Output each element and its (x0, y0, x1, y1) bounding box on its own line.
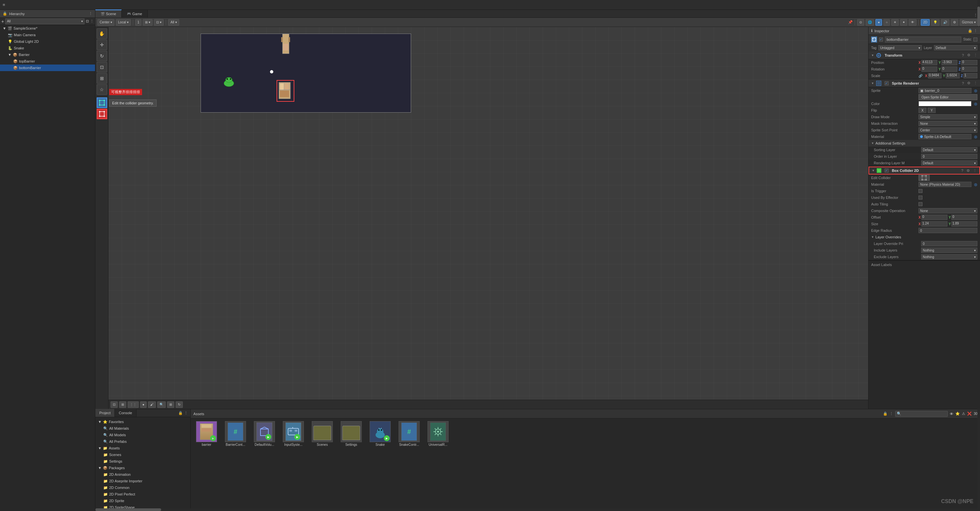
tab-game[interactable]: 🎮 Game (122, 10, 148, 18)
asset-defaultvolu[interactable]: ▶ DefaultVolu... (251, 421, 278, 447)
wire-btn[interactable]: ○ (883, 19, 890, 26)
asset-barriercont[interactable]: # BarrierCont... (222, 421, 249, 447)
object-name-input[interactable]: bottomBarrier (885, 37, 961, 43)
hierarchy-item-barrier[interactable]: ▼ 📦 Barrier (0, 51, 95, 58)
offset-y-input[interactable]: 0 (951, 215, 977, 220)
scene-btn-align[interactable]: ⋮⋮ (127, 401, 139, 408)
size-x-input[interactable]: 1.24 (921, 221, 947, 227)
is-trigger-checkbox[interactable] (918, 189, 923, 193)
sr-help-icon[interactable]: ? (962, 81, 964, 85)
move-tool[interactable]: ✛ (97, 40, 107, 50)
fx-btn[interactable]: ✦ (900, 19, 907, 26)
rect-tool[interactable]: ⊡ (97, 62, 107, 72)
exclude-layers-dropdown[interactable]: Nothing ▾ (921, 254, 977, 259)
center-dropdown[interactable]: Center ▾ (97, 19, 115, 26)
hierarchy-item-global-light[interactable]: 💡 Global Light 2D (0, 38, 95, 45)
sorting-layer-dropdown[interactable]: Default ▾ (921, 147, 977, 152)
assets-more-icon[interactable]: ⋮ (889, 412, 893, 416)
asset-snakecontr[interactable]: # SnakeContr... (396, 421, 422, 447)
pin-icon[interactable]: 📌 (848, 20, 853, 24)
scene-btn-circle[interactable]: ● (140, 401, 147, 408)
pkg-2d-animation[interactable]: 📁 2D Animation (95, 471, 191, 478)
custom-tool-1[interactable]: ☆ (97, 84, 107, 95)
assets-scrollbar-h[interactable] (95, 508, 980, 511)
tab-more-icon[interactable]: ⋮ (974, 13, 977, 18)
scene-lighting-btn[interactable]: 💡 (931, 19, 940, 26)
flip-x-btn[interactable]: X (918, 108, 926, 113)
offset-x-input[interactable]: 0 (921, 215, 947, 220)
scene-btn-ui[interactable]: ⊞ (167, 401, 174, 408)
rotate-tool[interactable]: ↻ (97, 51, 107, 61)
open-sprite-editor-btn[interactable]: Open Sprite Editor (918, 94, 977, 100)
draw-mode-dropdown[interactable]: Simple ▾ (918, 114, 977, 120)
rotation-x-input[interactable]: 0 (921, 67, 937, 72)
snap-dropdown[interactable]: ⊡ ▾ (154, 19, 164, 26)
size-y-input[interactable]: 1.89 (951, 221, 977, 227)
bookmark-icon[interactable]: ⭐ (955, 412, 960, 416)
auto-tiling-checkbox[interactable] (918, 202, 923, 206)
scenes-item[interactable]: 📁 Scenes (95, 451, 191, 458)
bottom-tab-more[interactable]: ⋮ (184, 411, 188, 415)
scale-x-input[interactable]: 0.9484 (928, 73, 942, 78)
sr-settings-icon[interactable]: ⚙ (967, 81, 970, 85)
position-y-input[interactable]: -3.963 (942, 60, 957, 65)
hierarchy-scrollbar-thumb[interactable] (977, 6, 980, 26)
object-enabled-checkbox[interactable] (879, 38, 883, 42)
eye-icon[interactable]: 👁 (950, 412, 953, 416)
layer-overrides-header[interactable]: ▼ Layer Overrides (869, 234, 980, 240)
sprite-sort-point-dropdown[interactable]: Center ▾ (918, 128, 977, 133)
hierarchy-item-main-camera[interactable]: 📷 Main Camera (0, 32, 95, 38)
sr-more-icon[interactable]: ⋮ (974, 81, 977, 85)
edit-collider-btn[interactable] (918, 175, 930, 181)
scene-viewport[interactable]: ⊡ ⊞ ⋮⋮ ● 🖌 🔍 ⊞ ↻ (108, 27, 868, 409)
scene-btn-refresh[interactable]: ↻ (176, 401, 183, 408)
static-checkbox[interactable] (974, 38, 977, 42)
rotation-z-input[interactable]: 0 (961, 67, 977, 72)
mask-interaction-dropdown[interactable]: None ▾ (918, 121, 977, 126)
sprite-renderer-header[interactable]: ▼ Sprite Renderer ? ⚙ ⋮ (869, 79, 980, 87)
lock-icon-2[interactable]: 🔒 (178, 411, 183, 415)
all-models-item[interactable]: 🔍 All Models (95, 432, 191, 438)
color-select-icon[interactable]: ◎ (974, 102, 977, 106)
2d-btn[interactable]: 2D (921, 19, 930, 26)
inspector-lock-icon[interactable]: 🔒 (968, 29, 972, 33)
sr-enabled-checkbox[interactable] (885, 81, 889, 85)
rotation-y-input[interactable]: 0 (942, 67, 957, 72)
tab-scene[interactable]: 🎬 Scene (95, 10, 122, 18)
bc2d-settings-icon[interactable]: ⚙ (967, 169, 970, 173)
scene-btn-search[interactable]: 🔍 (157, 401, 166, 408)
hierarchy-menu-icon[interactable]: ⋮ (89, 11, 92, 16)
tab-console[interactable]: Console (115, 409, 136, 417)
persp-btn[interactable]: ⊙ (857, 19, 864, 26)
bc2d-more-icon[interactable]: ⋮ (973, 169, 977, 173)
position-x-input[interactable]: 4.6113 (921, 60, 937, 65)
transform-header[interactable]: ▼ Transform ? ⚙ ⋮ (869, 51, 980, 59)
composite-op-dropdown[interactable]: None ▾ (918, 208, 977, 213)
scene-btn-brush[interactable]: 🖌 (148, 401, 156, 408)
scene-item[interactable]: ▼ 🎬 SampleScene* (0, 25, 95, 32)
rendering-layer-dropdown[interactable]: Default ▾ (921, 160, 977, 166)
all-materials-item[interactable]: 🔍 All Materials (95, 425, 191, 432)
assets-header[interactable]: ▼ 📁 Assets (95, 445, 191, 451)
assets-scrollbar-thumb[interactable] (95, 508, 161, 511)
bc2d-help-icon[interactable]: ? (961, 169, 963, 172)
hierarchy-item-top-barrier[interactable]: 📦 topBarrier (0, 58, 95, 64)
bc2d-enabled-checkbox[interactable] (885, 169, 889, 172)
scene-btn-rect[interactable]: ⊡ (110, 401, 118, 408)
used-by-effector-checkbox[interactable] (918, 196, 923, 200)
asset-settings[interactable]: Settings (338, 421, 364, 447)
view-btn[interactable]: 👁 (908, 19, 916, 26)
collider-mode-btn[interactable] (97, 97, 107, 108)
transform-tool[interactable]: ⊞ (97, 73, 107, 84)
position-z-input[interactable]: 0 (961, 60, 977, 65)
all-prefabs-item[interactable]: 🔍 All Prefabs (95, 438, 191, 445)
pkg-2d-sprite[interactable]: 📁 2D Sprite (95, 498, 191, 504)
local-dropdown[interactable]: Local ▾ (116, 19, 131, 26)
pkg-2d-aseprite[interactable]: 📁 2D Aseprite Importer (95, 478, 191, 484)
asset-barrier[interactable]: ▶ barrier (193, 421, 220, 447)
scene-btn-grid[interactable]: ⊞ (119, 401, 126, 408)
inspector-more-icon[interactable]: ⋮ (974, 29, 977, 33)
grid-dropdown[interactable]: ⊞ ▾ (143, 19, 153, 26)
assets-search[interactable]: 🔍 (895, 411, 948, 417)
hierarchy-item-snake[interactable]: 🐍 Snake (0, 45, 95, 51)
